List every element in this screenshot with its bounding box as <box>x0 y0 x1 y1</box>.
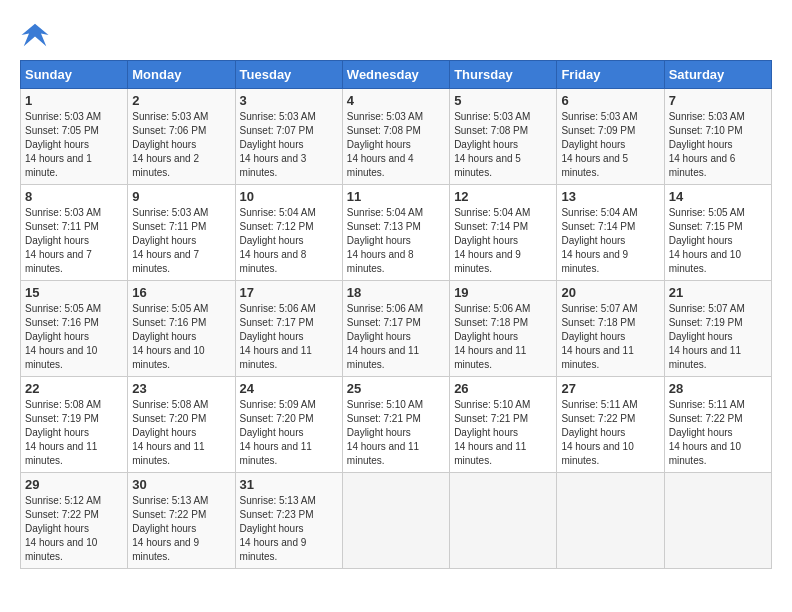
daylight-label: Daylight hours <box>669 139 733 150</box>
daylight-label: Daylight hours <box>347 427 411 438</box>
column-header-sunday: Sunday <box>21 61 128 89</box>
sunset-label: Sunset: 7:15 PM <box>669 221 743 232</box>
sunset-label: Sunset: 7:19 PM <box>25 413 99 424</box>
day-info: Sunrise: 5:03 AM Sunset: 7:11 PM Dayligh… <box>132 206 230 276</box>
day-info: Sunrise: 5:11 AM Sunset: 7:22 PM Dayligh… <box>669 398 767 468</box>
column-header-saturday: Saturday <box>664 61 771 89</box>
day-info: Sunrise: 5:13 AM Sunset: 7:22 PM Dayligh… <box>132 494 230 564</box>
day-number: 5 <box>454 93 552 108</box>
day-number: 13 <box>561 189 659 204</box>
sunrise-label: Sunrise: 5:11 AM <box>669 399 745 410</box>
daylight-label: Daylight hours <box>669 427 733 438</box>
day-info: Sunrise: 5:07 AM Sunset: 7:19 PM Dayligh… <box>669 302 767 372</box>
sunset-label: Sunset: 7:16 PM <box>132 317 206 328</box>
day-number: 23 <box>132 381 230 396</box>
daylight-label: Daylight hours <box>132 523 196 534</box>
logo-icon <box>20 20 50 50</box>
sunrise-label: Sunrise: 5:03 AM <box>25 207 101 218</box>
calendar-cell <box>664 473 771 569</box>
calendar-cell: 21 Sunrise: 5:07 AM Sunset: 7:19 PM Dayl… <box>664 281 771 377</box>
column-header-wednesday: Wednesday <box>342 61 449 89</box>
daylight-label: Daylight hours <box>347 331 411 342</box>
calendar-week-1: 1 Sunrise: 5:03 AM Sunset: 7:05 PM Dayli… <box>21 89 772 185</box>
day-number: 31 <box>240 477 338 492</box>
day-info: Sunrise: 5:05 AM Sunset: 7:16 PM Dayligh… <box>132 302 230 372</box>
calendar-cell: 4 Sunrise: 5:03 AM Sunset: 7:08 PM Dayli… <box>342 89 449 185</box>
calendar-cell: 8 Sunrise: 5:03 AM Sunset: 7:11 PM Dayli… <box>21 185 128 281</box>
sunset-label: Sunset: 7:14 PM <box>454 221 528 232</box>
day-number: 8 <box>25 189 123 204</box>
daylight-label: Daylight hours <box>240 235 304 246</box>
daylight-label: Daylight hours <box>561 427 625 438</box>
sunset-label: Sunset: 7:09 PM <box>561 125 635 136</box>
sunset-label: Sunset: 7:17 PM <box>240 317 314 328</box>
daylight-value: 14 hours and 11 minutes. <box>561 345 633 370</box>
column-header-friday: Friday <box>557 61 664 89</box>
sunrise-label: Sunrise: 5:09 AM <box>240 399 316 410</box>
sunrise-label: Sunrise: 5:04 AM <box>454 207 530 218</box>
sunset-label: Sunset: 7:08 PM <box>347 125 421 136</box>
daylight-label: Daylight hours <box>347 235 411 246</box>
daylight-value: 14 hours and 11 minutes. <box>25 441 97 466</box>
sunrise-label: Sunrise: 5:03 AM <box>454 111 530 122</box>
daylight-label: Daylight hours <box>240 139 304 150</box>
day-number: 24 <box>240 381 338 396</box>
day-number: 1 <box>25 93 123 108</box>
day-info: Sunrise: 5:03 AM Sunset: 7:07 PM Dayligh… <box>240 110 338 180</box>
daylight-label: Daylight hours <box>561 139 625 150</box>
sunrise-label: Sunrise: 5:06 AM <box>454 303 530 314</box>
sunset-label: Sunset: 7:16 PM <box>25 317 99 328</box>
day-number: 10 <box>240 189 338 204</box>
daylight-value: 14 hours and 8 minutes. <box>347 249 414 274</box>
day-number: 15 <box>25 285 123 300</box>
day-number: 3 <box>240 93 338 108</box>
day-number: 30 <box>132 477 230 492</box>
calendar-cell: 20 Sunrise: 5:07 AM Sunset: 7:18 PM Dayl… <box>557 281 664 377</box>
day-info: Sunrise: 5:04 AM Sunset: 7:14 PM Dayligh… <box>454 206 552 276</box>
sunrise-label: Sunrise: 5:10 AM <box>454 399 530 410</box>
sunrise-label: Sunrise: 5:07 AM <box>561 303 637 314</box>
day-info: Sunrise: 5:03 AM Sunset: 7:05 PM Dayligh… <box>25 110 123 180</box>
daylight-value: 14 hours and 1 minute. <box>25 153 92 178</box>
daylight-value: 14 hours and 11 minutes. <box>132 441 204 466</box>
sunrise-label: Sunrise: 5:05 AM <box>25 303 101 314</box>
sunset-label: Sunset: 7:17 PM <box>347 317 421 328</box>
sunset-label: Sunset: 7:18 PM <box>454 317 528 328</box>
calendar-week-4: 22 Sunrise: 5:08 AM Sunset: 7:19 PM Dayl… <box>21 377 772 473</box>
sunrise-label: Sunrise: 5:11 AM <box>561 399 637 410</box>
day-info: Sunrise: 5:11 AM Sunset: 7:22 PM Dayligh… <box>561 398 659 468</box>
calendar-cell <box>342 473 449 569</box>
day-number: 21 <box>669 285 767 300</box>
day-info: Sunrise: 5:09 AM Sunset: 7:20 PM Dayligh… <box>240 398 338 468</box>
day-info: Sunrise: 5:06 AM Sunset: 7:17 PM Dayligh… <box>347 302 445 372</box>
calendar-cell: 1 Sunrise: 5:03 AM Sunset: 7:05 PM Dayli… <box>21 89 128 185</box>
daylight-value: 14 hours and 7 minutes. <box>25 249 92 274</box>
calendar-cell: 3 Sunrise: 5:03 AM Sunset: 7:07 PM Dayli… <box>235 89 342 185</box>
sunset-label: Sunset: 7:22 PM <box>561 413 635 424</box>
column-header-monday: Monday <box>128 61 235 89</box>
day-number: 11 <box>347 189 445 204</box>
daylight-label: Daylight hours <box>25 139 89 150</box>
day-info: Sunrise: 5:12 AM Sunset: 7:22 PM Dayligh… <box>25 494 123 564</box>
sunrise-label: Sunrise: 5:03 AM <box>240 111 316 122</box>
daylight-value: 14 hours and 11 minutes. <box>240 441 312 466</box>
day-info: Sunrise: 5:08 AM Sunset: 7:19 PM Dayligh… <box>25 398 123 468</box>
day-number: 17 <box>240 285 338 300</box>
calendar-week-5: 29 Sunrise: 5:12 AM Sunset: 7:22 PM Dayl… <box>21 473 772 569</box>
calendar-cell: 25 Sunrise: 5:10 AM Sunset: 7:21 PM Dayl… <box>342 377 449 473</box>
day-info: Sunrise: 5:03 AM Sunset: 7:09 PM Dayligh… <box>561 110 659 180</box>
sunrise-label: Sunrise: 5:03 AM <box>561 111 637 122</box>
day-info: Sunrise: 5:13 AM Sunset: 7:23 PM Dayligh… <box>240 494 338 564</box>
day-number: 12 <box>454 189 552 204</box>
svg-marker-0 <box>22 24 49 47</box>
daylight-value: 14 hours and 9 minutes. <box>132 537 199 562</box>
sunset-label: Sunset: 7:11 PM <box>132 221 206 232</box>
calendar-cell <box>450 473 557 569</box>
daylight-label: Daylight hours <box>669 331 733 342</box>
daylight-label: Daylight hours <box>561 235 625 246</box>
day-number: 16 <box>132 285 230 300</box>
sunrise-label: Sunrise: 5:04 AM <box>240 207 316 218</box>
day-info: Sunrise: 5:10 AM Sunset: 7:21 PM Dayligh… <box>347 398 445 468</box>
daylight-value: 14 hours and 11 minutes. <box>669 345 741 370</box>
calendar-header-row: SundayMondayTuesdayWednesdayThursdayFrid… <box>21 61 772 89</box>
